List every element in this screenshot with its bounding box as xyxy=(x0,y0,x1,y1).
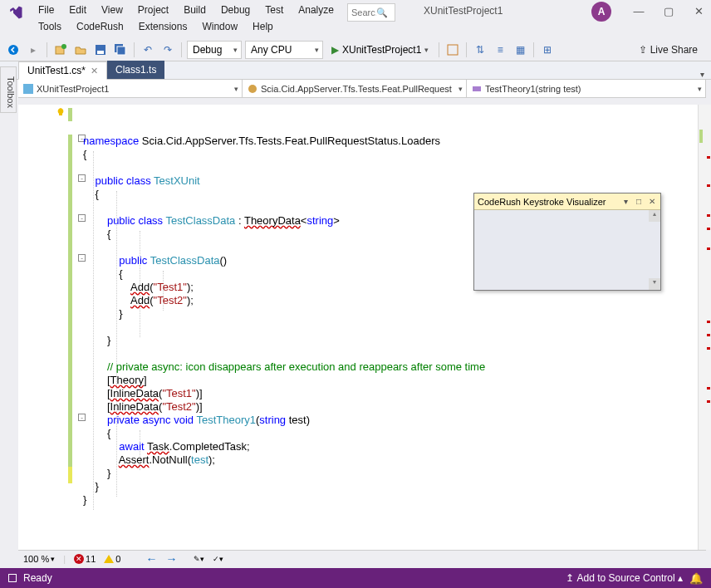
svg-rect-4 xyxy=(97,51,104,54)
tab-class1[interactable]: Class1.ts xyxy=(107,61,164,79)
lightbulb-icon[interactable] xyxy=(56,108,65,116)
tab-close-icon[interactable]: ✕ xyxy=(91,66,98,76)
search-icon: 🔍 xyxy=(376,7,388,18)
tool-4[interactable]: ▦ xyxy=(512,42,528,58)
menu-build[interactable]: Build xyxy=(177,2,213,18)
navigation-bar: XUnitTestProject1 Scia.Cid.AppServer.Tfs… xyxy=(18,80,706,98)
live-share-label: Live Share xyxy=(650,44,698,56)
kv-scroll-up[interactable]: ▴ xyxy=(649,210,660,222)
nav-project-label: XUnitTestProject1 xyxy=(37,84,109,94)
status-text: Ready xyxy=(23,572,52,584)
start-target-label: XUnitTestProject1 xyxy=(342,44,421,56)
tab-overflow-button[interactable]: ▾ xyxy=(694,70,711,79)
new-project-button[interactable] xyxy=(52,42,69,58)
code-editor[interactable]: - - - - - namespace Scia.Cid.AppServer.T… xyxy=(18,105,706,550)
user-avatar[interactable]: A xyxy=(591,2,611,22)
notifications-icon[interactable]: 🔔 xyxy=(689,572,703,585)
start-button[interactable]: ▶ XUnitTestProject1 ▾ xyxy=(326,44,434,56)
search-input[interactable] xyxy=(351,7,376,17)
kv-scroll-down[interactable]: ▾ xyxy=(649,278,660,290)
code-text[interactable]: namespace Scia.Cid.AppServer.Tfs.Tests.F… xyxy=(66,105,706,550)
next-issue-button[interactable]: → xyxy=(165,552,177,566)
menu-coderush[interactable]: CodeRush xyxy=(70,18,130,35)
prev-issue-button[interactable]: ← xyxy=(145,552,157,566)
close-button[interactable]: ✕ xyxy=(691,3,706,18)
status-icon xyxy=(8,574,17,582)
main-menu: File Edit View Project Build Debug Test … xyxy=(32,2,341,18)
zoom-dropdown[interactable]: 100 %▾ xyxy=(23,554,55,564)
window-controls: — ▢ ✕ xyxy=(631,3,706,18)
warnings-indicator[interactable]: 0 xyxy=(104,554,120,564)
svg-rect-8 xyxy=(23,84,33,94)
redo-button[interactable]: ↷ xyxy=(159,42,176,58)
menu-edit[interactable]: Edit xyxy=(62,2,93,18)
editor-status-bar: 100 %▾ | ✕11 0 ← → ✎▾ ✓▾ xyxy=(18,550,706,566)
gutter xyxy=(18,105,66,550)
kv-body: ▴ ▾ xyxy=(474,210,660,290)
maximize-button[interactable]: ▢ xyxy=(661,3,676,18)
kv-maximize-button[interactable]: □ xyxy=(634,197,644,207)
nav-member-label: TestTheory1(string test) xyxy=(485,84,581,94)
scrollbar[interactable] xyxy=(698,105,711,550)
document-tabs: UnitTest1.cs* ✕ Class1.ts ▾ xyxy=(0,61,711,80)
menu-debug[interactable]: Debug xyxy=(214,2,257,18)
svg-rect-10 xyxy=(473,86,481,91)
config-dropdown[interactable]: Debug xyxy=(187,41,242,59)
keystroke-visualizer-window[interactable]: CodeRush Keystroke Visualizer ▾ □ ✕ ▴ ▾ xyxy=(473,193,661,291)
search-box[interactable]: 🔍 xyxy=(347,3,395,22)
tab-label: UnitTest1.cs* xyxy=(27,65,86,76)
menu-test[interactable]: Test xyxy=(258,2,290,18)
menu-file[interactable]: File xyxy=(32,2,61,18)
kv-title: CodeRush Keystroke Visualizer xyxy=(478,197,606,207)
tab-unittest1[interactable]: UnitTest1.cs* ✕ xyxy=(18,61,107,80)
errors-indicator[interactable]: ✕11 xyxy=(74,554,96,564)
svg-rect-6 xyxy=(117,47,125,55)
menu-extensions[interactable]: Extensions xyxy=(132,18,194,35)
ed-tool-1[interactable]: ✎▾ xyxy=(194,555,204,563)
tool-1[interactable] xyxy=(444,42,461,58)
vs-logo-icon xyxy=(8,5,23,20)
nav-project-dropdown[interactable]: XUnitTestProject1 xyxy=(18,80,243,97)
menu-tools[interactable]: Tools xyxy=(32,18,68,35)
menu-project[interactable]: Project xyxy=(131,2,175,18)
tab-label: Class1.ts xyxy=(115,64,156,76)
ed-tool-2[interactable]: ✓▾ xyxy=(213,555,223,563)
main-toolbar: ▸ ↶ ↷ Debug Any CPU ▶ XUnitTestProject1 … xyxy=(0,38,711,61)
nav-class-label: Scia.Cid.AppServer.Tfs.Tests.Feat.PullRe… xyxy=(261,84,452,94)
open-button[interactable] xyxy=(72,42,89,58)
kv-close-button[interactable]: ✕ xyxy=(647,197,657,207)
live-share-icon: ⇪ xyxy=(639,44,647,56)
menu-analyze[interactable]: Analyze xyxy=(292,2,341,18)
svg-rect-7 xyxy=(448,45,458,55)
tool-2[interactable]: ⇅ xyxy=(472,42,488,58)
tool-5[interactable]: ⊞ xyxy=(539,42,556,58)
save-button[interactable] xyxy=(92,42,109,58)
live-share-button[interactable]: ⇪ Live Share xyxy=(639,44,698,56)
source-control-button[interactable]: ↥Add to Source Control ▴ xyxy=(566,572,683,584)
menu-window[interactable]: Window xyxy=(195,18,244,35)
tool-3[interactable]: ≡ xyxy=(492,42,508,58)
solution-name: XUnitTestProject1 xyxy=(424,5,503,17)
svg-point-2 xyxy=(61,44,66,49)
toolbox-tab[interactable]: Toolbox xyxy=(0,66,17,113)
kv-title-bar[interactable]: CodeRush Keystroke Visualizer ▾ □ ✕ xyxy=(474,194,660,210)
nav-class-dropdown[interactable]: Scia.Cid.AppServer.Tfs.Tests.Feat.PullRe… xyxy=(243,80,467,97)
platform-dropdown[interactable]: Any CPU xyxy=(245,41,323,59)
nav-member-dropdown[interactable]: TestTheory1(string test) xyxy=(467,80,706,97)
menu-view[interactable]: View xyxy=(95,2,130,18)
play-icon: ▶ xyxy=(331,44,339,56)
svg-point-9 xyxy=(248,85,257,93)
back-button[interactable] xyxy=(5,42,22,58)
title-bar: File Edit View Project Build Debug Test … xyxy=(0,0,711,33)
main-menu-2: Tools CodeRush Extensions Window Help xyxy=(32,18,341,35)
forward-button[interactable]: ▸ xyxy=(25,42,42,58)
menu-help[interactable]: Help xyxy=(246,18,280,35)
app-status-bar: Ready ↥Add to Source Control ▴ 🔔 xyxy=(0,568,711,588)
undo-button[interactable]: ↶ xyxy=(140,42,156,58)
minimize-button[interactable]: — xyxy=(631,3,646,18)
svg-point-0 xyxy=(8,45,18,55)
kv-dropdown-button[interactable]: ▾ xyxy=(620,197,630,207)
save-all-button[interactable] xyxy=(112,42,129,58)
